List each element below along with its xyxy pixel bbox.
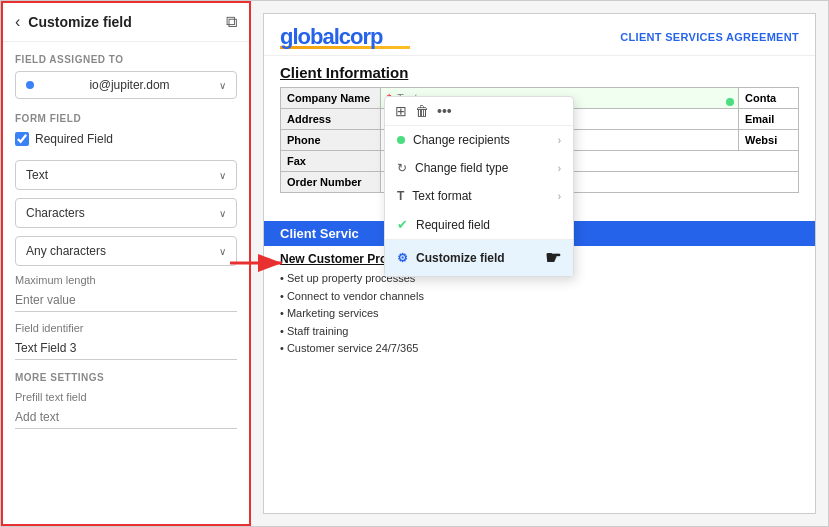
order-number-label: Order Number: [281, 172, 381, 193]
characters-value: Characters: [26, 206, 85, 220]
change-recipients-left: Change recipients: [397, 133, 510, 147]
text-chevron-icon: ∨: [219, 170, 226, 181]
text-format-left: T Text format: [397, 189, 472, 203]
table-icon[interactable]: ⊞: [395, 103, 407, 119]
contact-cell: Conta: [739, 88, 799, 109]
address-label: Address: [281, 109, 381, 130]
any-characters-value: Any characters: [26, 244, 106, 258]
document-area: globalcorp CLIENT SERVICES AGREEMENT Cli…: [263, 13, 816, 514]
required-field-item[interactable]: ✔ Required field: [385, 210, 573, 239]
service-item-4: Staff training: [280, 323, 799, 341]
max-length-label: Maximum length: [15, 274, 237, 286]
sliders-icon: ⚙: [397, 251, 408, 265]
text-format-chevron-icon: ›: [558, 191, 561, 202]
any-characters-chevron-icon: ∨: [219, 246, 226, 257]
characters-chevron-icon: ∨: [219, 208, 226, 219]
service-item-2: Connect to vendor channels: [280, 288, 799, 306]
field-assigned-dropdown[interactable]: io@jupiter.dom ∨: [15, 71, 237, 99]
panel-header: ‹ Customize field ⧉: [3, 3, 249, 42]
text-type-dropdown[interactable]: Text ∨: [15, 160, 237, 190]
required-field-checkbox[interactable]: [15, 132, 29, 146]
copy-icon[interactable]: ⧉: [226, 13, 237, 31]
max-length-group: Maximum length: [15, 274, 237, 312]
right-panel: globalcorp CLIENT SERVICES AGREEMENT Cli…: [251, 1, 828, 526]
field-assigned-value: io@jupiter.dom: [89, 78, 169, 92]
website-cell: Websi: [739, 130, 799, 151]
phone-label: Phone: [281, 130, 381, 151]
client-services-title: Client Servic: [280, 226, 359, 241]
recipients-dot: [397, 136, 405, 144]
change-recipients-item[interactable]: Change recipients ›: [385, 126, 573, 154]
panel-body: FIELD ASSIGNED TO io@jupiter.dom ∨ FORM …: [3, 42, 249, 524]
required-field-row: Required Field: [15, 132, 237, 146]
text-format-icon: T: [397, 189, 404, 203]
panel-title: Customize field: [28, 14, 131, 30]
website-label: Websi: [745, 134, 777, 146]
chevron-right-icon: ›: [558, 135, 561, 146]
delete-icon[interactable]: 🗑: [415, 103, 429, 119]
more-options-icon[interactable]: •••: [437, 103, 452, 119]
prefill-input[interactable]: [15, 406, 237, 429]
any-characters-dropdown[interactable]: Any characters ∨: [15, 236, 237, 266]
app-container: ‹ Customize field ⧉ FIELD ASSIGNED TO io…: [0, 0, 829, 527]
context-menu-toolbar: ⊞ 🗑 •••: [385, 97, 573, 126]
prefill-group: Prefill text field: [15, 391, 237, 429]
change-recipients-label: Change recipients: [413, 133, 510, 147]
service-item-3: Marketing services: [280, 305, 799, 323]
field-type-chevron-icon: ›: [558, 163, 561, 174]
cursor-hand-icon: ☛: [545, 247, 561, 269]
required-field-left: ✔ Required field: [397, 217, 490, 232]
customize-field-item[interactable]: ⚙ Customize field ☛: [385, 239, 573, 276]
left-panel: ‹ Customize field ⧉ FIELD ASSIGNED TO io…: [1, 1, 251, 526]
field-identifier-input[interactable]: [15, 337, 237, 360]
client-info-heading: Client Information: [280, 64, 799, 81]
text-format-label: Text format: [412, 189, 471, 203]
field-identifier-group: Field identifier: [15, 322, 237, 360]
company-name-label: Company Name: [281, 88, 381, 109]
required-check-icon: ✔: [397, 217, 408, 232]
prefill-label: Prefill text field: [15, 391, 237, 403]
change-field-type-item[interactable]: ↻ Change field type ›: [385, 154, 573, 182]
refresh-icon: ↻: [397, 161, 407, 175]
doc-header-right: CLIENT SERVICES AGREEMENT: [620, 31, 799, 43]
doc-header: globalcorp CLIENT SERVICES AGREEMENT: [264, 14, 815, 56]
logo-black: global: [280, 24, 339, 49]
fax-label: Fax: [281, 151, 381, 172]
field-identifier-label: Field identifier: [15, 322, 237, 334]
change-field-type-left: ↻ Change field type: [397, 161, 508, 175]
field-assigned-label: FIELD ASSIGNED TO: [15, 54, 237, 65]
required-field-menu-label: Required field: [416, 218, 490, 232]
customize-field-label: Customize field: [416, 251, 505, 265]
required-field-label: Required Field: [35, 132, 113, 146]
max-length-input[interactable]: [15, 289, 237, 312]
change-field-type-label: Change field type: [415, 161, 508, 175]
text-format-item[interactable]: T Text format ›: [385, 182, 573, 210]
chevron-down-icon: ∨: [219, 80, 226, 91]
contact-label: Conta: [745, 92, 776, 104]
logo-blue: corp: [339, 24, 383, 49]
service-item-5: Customer service 24/7/365: [280, 340, 799, 358]
assign-dot: [26, 81, 34, 89]
customize-field-left: ⚙ Customize field: [397, 251, 505, 265]
characters-dropdown[interactable]: Characters ∨: [15, 198, 237, 228]
email-label: Email: [745, 113, 774, 125]
form-field-label: FORM FIELD: [15, 113, 237, 124]
back-button[interactable]: ‹: [15, 13, 20, 31]
text-type-value: Text: [26, 168, 48, 182]
context-menu: ⊞ 🗑 ••• Change recipients › ↻ Change fie…: [384, 96, 574, 277]
more-settings-label: MORE SETTINGS: [15, 372, 237, 383]
email-cell: Email: [739, 109, 799, 130]
logo-area: globalcorp: [280, 24, 410, 49]
field-handle: [726, 98, 734, 106]
